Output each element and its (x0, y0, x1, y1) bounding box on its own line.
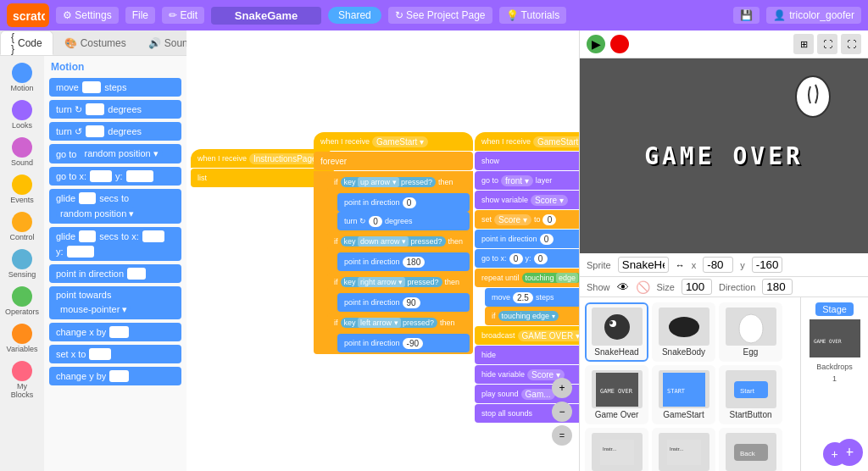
stage-fullscreen-btn[interactable]: ⛶ (841, 34, 861, 54)
block-goto-xy-0[interactable]: go to x: 0 y: 0 (475, 249, 579, 268)
block-change-x[interactable]: change x by 10 (49, 323, 181, 341)
sprite-item-egg[interactable]: Egg (719, 302, 782, 362)
block-hide-2[interactable]: hide (475, 346, 579, 364)
sprite-item-startbutton[interactable]: Start StartButton (719, 365, 782, 424)
repeat-body: move 2.5 steps if touching edge ▾ (475, 288, 579, 325)
file-button[interactable]: File (125, 7, 155, 24)
block-goto-front[interactable]: go to front ▾ layer (475, 171, 579, 190)
sprite-item-backbutton[interactable]: Back BackButton (719, 428, 782, 471)
category-myblocks[interactable]: My Blocks (3, 357, 41, 402)
sprite-size-input[interactable] (682, 279, 712, 295)
sprite-direction-input[interactable] (762, 279, 793, 295)
zoom-reset-btn[interactable]: = (552, 425, 572, 446)
block-change-y[interactable]: change y by 10 (49, 367, 181, 385)
tab-sounds[interactable]: 🔊 Sounds (137, 30, 186, 55)
block-show[interactable]: show (475, 152, 579, 170)
stage-small-btn[interactable]: ⊞ (793, 34, 814, 54)
backdrops-count: 1 (832, 374, 837, 383)
add-backdrop-button[interactable]: + (823, 442, 847, 466)
block-move[interactable]: move 10 steps (49, 78, 181, 97)
sprite-item-snakehead[interactable]: SnakeHead (585, 302, 648, 362)
block-goto-xy[interactable]: go to x: -80 y: -160 (49, 167, 181, 186)
block-goto-random[interactable]: go to random position ▾ (49, 144, 181, 163)
block-if-down[interactable]: if key down arrow ▾ pressed? then (327, 232, 470, 251)
category-sound[interactable]: Sound (3, 134, 41, 170)
hat-receive-instructions[interactable]: when I receive InstructionsPage ▾ (191, 149, 334, 168)
block-show-variable[interactable]: show variable Score ▾ (475, 191, 579, 209)
tutorials-button[interactable]: 💡 Tutorials (499, 7, 567, 24)
zoom-in-btn[interactable]: + (552, 378, 572, 398)
sprite-name-input[interactable] (618, 257, 669, 273)
sprite-y-input[interactable] (752, 257, 782, 273)
block-set-x[interactable]: set x to -80 (49, 345, 181, 363)
block-if-left[interactable]: if key left arrow ▾ pressed? then (327, 313, 470, 332)
shared-button[interactable]: Shared (328, 7, 381, 24)
block-if-right[interactable]: if key right arrow ▾ pressed? then (327, 273, 470, 291)
project-name-input[interactable] (211, 7, 321, 25)
block-broadcast-gameover[interactable]: broadcast GAME OVER ▾ (475, 326, 579, 345)
block-glide-xy[interactable]: glide 1 secs to x: -80 y: -160 (49, 227, 181, 261)
script-group-gamestart-left: when I receive GameStart ▾ forever if ke… (314, 132, 473, 354)
block-point-direction[interactable]: point in direction 90 (49, 264, 181, 283)
block-point-direction-180[interactable]: point in direction 180 (337, 252, 470, 271)
settings-button[interactable]: ⚙ Settings (56, 7, 119, 24)
red-stop-button[interactable] (610, 35, 629, 53)
eye-show-icon[interactable]: 👁 (617, 280, 629, 294)
sprite-item-instructions1[interactable]: Instr... Instruction... (585, 428, 648, 471)
sprite-item-instructions2[interactable]: Instr... Instruction... (652, 428, 715, 471)
sprite-list: SnakeHead SnakeBody (580, 297, 800, 471)
main-area: { } Code 🎨 Costumes 🔊 Sounds Motio (0, 30, 868, 471)
code-icon: { } (11, 31, 14, 55)
save-icon-button[interactable]: 💾 (733, 7, 760, 24)
block-turn-ccw[interactable]: turn ↺ 15 degrees (49, 122, 181, 141)
edit-button[interactable]: ✏ Edit (162, 7, 204, 24)
block-point-direction-90[interactable]: point in direction 90 (337, 293, 470, 312)
category-sensing[interactable]: Sensing (3, 246, 41, 282)
backdrops-label: Backdrops (816, 363, 853, 371)
sprite-item-snakebody[interactable]: SnakeBody (652, 302, 715, 362)
if-down-body: point in direction 180 (327, 252, 470, 271)
category-events[interactable]: Events (3, 171, 41, 208)
block-if-touching[interactable]: if touching edge ▾ (485, 307, 579, 325)
category-operators[interactable]: Operators (3, 283, 41, 319)
game-over-text: GAME OVER (644, 142, 804, 170)
hat-receive-gamestart-2[interactable]: when I receive GameStart ▾ (475, 132, 579, 151)
see-project-button[interactable]: ↻ See Project Page (388, 7, 492, 24)
stage-large-btn[interactable]: ⛶ (817, 34, 837, 54)
eye-hide-icon[interactable]: 🚫 (636, 280, 650, 294)
section-title-motion: Motion (49, 61, 181, 73)
block-forever[interactable]: forever (314, 152, 473, 170)
sprite-label-startbutton: StartButton (729, 410, 771, 419)
block-list[interactable]: list (191, 169, 334, 187)
tab-code[interactable]: { } Code (0, 30, 53, 55)
block-repeat-until[interactable]: repeat until touching edge (475, 269, 579, 287)
svg-text:Instr...: Instr... (670, 446, 684, 452)
green-flag-button[interactable]: ▶ (587, 35, 605, 53)
block-point-direction-neg90[interactable]: point in direction -90 (337, 334, 470, 352)
zoom-out-btn[interactable]: − (552, 402, 572, 422)
block-if-up[interactable]: if key up arrow ▾ pressed? then (327, 173, 470, 191)
category-control[interactable]: Control (3, 208, 41, 245)
topbar-right: 💾 👤 tricolor_goofer (733, 7, 861, 24)
block-point-towards[interactable]: point towards mouse-pointer ▾ (49, 286, 181, 319)
category-variables[interactable]: Variables (3, 320, 41, 357)
sprite-item-gameover[interactable]: GAME OVER Game Over (585, 365, 648, 424)
script-area[interactable]: when I receive InstructionsPage ▾ list w… (186, 30, 580, 471)
block-turn-cw[interactable]: turn ↻ 15 degrees (49, 100, 181, 119)
sprite-stage-area: SnakeHead SnakeBody (580, 297, 868, 471)
hat-receive-gamestart-1[interactable]: when I receive GameStart ▾ (314, 132, 473, 151)
sprite-x-input[interactable] (703, 257, 733, 273)
tab-costumes[interactable]: 🎨 Costumes (53, 30, 137, 55)
block-point-dir-0[interactable]: point in direction 0 (475, 230, 579, 248)
block-set-score[interactable]: set Score ▾ to 0 (475, 210, 579, 229)
sprite-item-gamestart[interactable]: START GameStart (652, 365, 715, 424)
block-turn-0[interactable]: turn ↻ 0 degrees (337, 212, 470, 230)
stage-canvas[interactable]: GAME OVER (580, 58, 868, 253)
category-motion[interactable]: Motion (3, 59, 41, 96)
block-glide-random[interactable]: glide 1 secs to random position ▾ (49, 189, 181, 224)
block-point-direction-0[interactable]: point in direction 0 (337, 193, 470, 212)
block-move-2.5[interactable]: move 2.5 steps (485, 288, 579, 307)
sound-dot (12, 137, 32, 158)
stage-tab[interactable]: Stage (815, 302, 854, 316)
category-looks[interactable]: Looks (3, 97, 41, 133)
